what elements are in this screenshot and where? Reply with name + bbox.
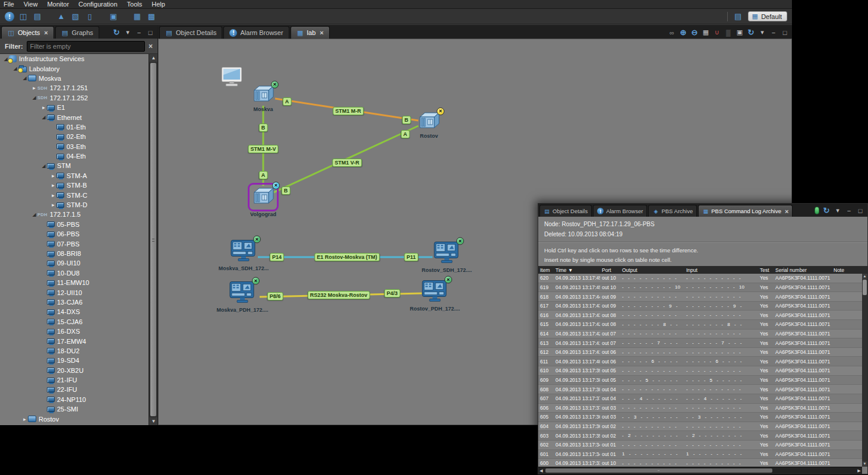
column-header-input[interactable]: Input: [684, 267, 758, 273]
tree-item-20-xb2u[interactable]: 20-XB2U: [0, 366, 157, 375]
tree-expander-icon[interactable]: ▸: [31, 85, 37, 91]
tab-close-icon[interactable]: ×: [44, 29, 48, 36]
table-row[interactable]: 62004.09.2013 13:17:45:988out 10- - - - …: [538, 274, 862, 283]
link-label-p8-6[interactable]: P8/6: [267, 292, 283, 300]
table-row[interactable]: 60004.09.2013 13:17:33:850out 10- - - - …: [538, 459, 862, 467]
node-moskva[interactable]: ×Moskva: [251, 84, 276, 106]
tree-item-21-ifu[interactable]: 21-IFU: [0, 375, 157, 385]
scroll-up-icon[interactable]: ▲: [862, 274, 867, 279]
node-moskva-pdh[interactable]: ×Moskva_PDH_172....: [228, 280, 257, 307]
tree-expander-icon[interactable]: ▸: [21, 416, 28, 422]
node-moskva-sdh[interactable]: ×Moskva_SDH_172...: [229, 239, 258, 265]
tree-item-14-dxs[interactable]: 14-DXS: [0, 307, 157, 316]
tab-close-icon[interactable]: ×: [320, 29, 323, 36]
tab-graphs[interactable]: ▤Graphs: [55, 26, 99, 39]
tree-item-16-dxs[interactable]: 16-DXS: [0, 327, 157, 336]
object-details-icon[interactable]: ▤: [32, 11, 43, 22]
maximize-icon[interactable]: □: [781, 29, 789, 36]
table-row[interactable]: 61004.09.2013 13:17:39:799out 05- - - - …: [538, 366, 862, 376]
caret-down-icon[interactable]: ▾: [124, 28, 132, 36]
link-label-a[interactable]: A: [283, 97, 292, 106]
link-label-b[interactable]: B: [282, 186, 291, 195]
tree-item-stm-c[interactable]: ▸STM-C: [0, 190, 157, 200]
column-header-output[interactable]: Output: [620, 267, 684, 273]
sync-icon[interactable]: ↻: [747, 28, 755, 37]
layout-table-icon[interactable]: ▦: [702, 28, 710, 36]
caret-down-icon[interactable]: ▾: [834, 207, 842, 214]
scroll-down-icon[interactable]: ▼: [149, 417, 157, 425]
scroll-handle[interactable]: [150, 63, 156, 416]
menu-configuration[interactable]: Configuration: [78, 1, 117, 8]
tree-item-stm-b[interactable]: ▸STM-B: [0, 180, 157, 190]
table-row[interactable]: 60504.09.2013 13:17:36:521out 03- - 3 - …: [538, 413, 862, 422]
table-row[interactable]: 60204.09.2013 13:17:34:866out 01- - - - …: [538, 441, 862, 450]
table-header[interactable]: ItemTime ▼PortOutputInputTestSerial numb…: [538, 266, 867, 274]
tree-expander-icon[interactable]: ◢: [40, 115, 47, 120]
link-label-stm1-m-v[interactable]: STM1 M-V: [248, 145, 278, 153]
menu-view[interactable]: View: [24, 1, 38, 8]
tree-item-172-17-1-252[interactable]: ◢SDH172.17.1.252: [0, 93, 157, 103]
tree-item-moskva[interactable]: ◢Moskva: [0, 74, 157, 83]
tree-expander-icon[interactable]: ▸: [50, 202, 56, 208]
chart-document-icon[interactable]: ▧: [70, 11, 81, 22]
tab-pbs-command-log-archive[interactable]: ▦PBS Command Log Archive×: [698, 205, 793, 217]
table-row[interactable]: 61504.09.2013 13:17:42:692out 08- - - - …: [538, 320, 862, 330]
tree-item-12-uii10[interactable]: 12-UII10: [0, 287, 157, 297]
grid-icon[interactable]: ▒: [724, 29, 733, 36]
table-row[interactable]: 60104.09.2013 13:17:34:049out 011 - - - …: [538, 450, 862, 460]
tree-item-07-pbs[interactable]: 07-PBS: [0, 239, 157, 248]
tree-expander-icon[interactable]: ▸: [50, 173, 56, 179]
tree-item-04-eth[interactable]: 04-Eth: [0, 151, 157, 161]
tree-item-18-du2[interactable]: 18-DU2: [0, 346, 157, 356]
table-horizontal-scrollbar[interactable]: ◀ ▶: [538, 467, 862, 474]
tree-scrollbar[interactable]: ▲ ▼: [149, 54, 157, 425]
tree-expander-icon[interactable]: ▸: [40, 104, 47, 110]
tab-alarm-browser[interactable]: !Alarm Browser: [593, 205, 647, 217]
new-perspective-icon[interactable]: ▤: [733, 11, 743, 22]
tab-close-icon[interactable]: ×: [785, 208, 788, 215]
tree-item-01-eth[interactable]: 01-Eth: [0, 122, 157, 132]
tree-item-stm-a[interactable]: ▸STM-A: [0, 171, 157, 180]
table-row[interactable]: 60904.09.2013 13:17:38:983out 05- - - - …: [538, 376, 862, 385]
tab-object-details[interactable]: ▤Object Details: [539, 205, 592, 217]
link-label-p11[interactable]: P11: [404, 253, 418, 261]
link-label-a[interactable]: A: [401, 130, 410, 138]
table-row[interactable]: 61104.09.2013 13:17:40:223out 06- - - - …: [538, 357, 862, 366]
table-row[interactable]: 61404.09.2013 13:17:42:271out 07- - - - …: [538, 330, 862, 339]
tab-pbs-archive[interactable]: ◈PBS Archive: [648, 205, 697, 217]
scroll-up-icon[interactable]: ▲: [149, 54, 157, 62]
tree-item-10-du8[interactable]: 10-DU8: [0, 268, 157, 278]
scroll-left-icon[interactable]: ◀: [538, 467, 544, 474]
maximize-icon[interactable]: □: [146, 29, 154, 36]
table-row[interactable]: 61904.09.2013 13:17:45:171out 10- - - - …: [538, 283, 862, 293]
tree-item-13-cja6[interactable]: 13-CJA6: [0, 297, 157, 307]
tree-item-15-cja6[interactable]: 15-CJA6: [0, 317, 157, 327]
tree-item-22-ifu[interactable]: 22-IFU: [0, 385, 157, 394]
image-view-icon[interactable]: ▦: [132, 11, 143, 22]
table-row[interactable]: 60404.09.2013 13:17:36:096out 02- - - - …: [538, 422, 862, 432]
table-vertical-scrollbar[interactable]: ▲ ▼: [862, 274, 867, 467]
tree-item-stm[interactable]: ◢STM: [0, 161, 157, 170]
link-label-p14[interactable]: P14: [270, 253, 284, 261]
scroll-right-icon[interactable]: ▶: [856, 467, 862, 474]
scroll-down-icon[interactable]: ▼: [862, 461, 867, 467]
tree-expander-icon[interactable]: ▸: [50, 182, 56, 188]
tree-expander-icon[interactable]: ◢: [31, 212, 37, 217]
caret-down-icon[interactable]: ▾: [758, 28, 766, 36]
node-rostov[interactable]: ×Rostov: [416, 110, 441, 133]
scroll-handle[interactable]: [545, 468, 772, 473]
tab-alarm-browser[interactable]: !Alarm Browser: [223, 26, 289, 39]
menu-file[interactable]: File: [4, 1, 14, 8]
tree-item-stm-d[interactable]: ▸STM-D: [0, 200, 157, 210]
link-label-stm1-m-r[interactable]: STM1 M-R: [333, 107, 364, 115]
status-pill-icon[interactable]: [815, 207, 819, 214]
menu-monitor[interactable]: Monitor: [47, 1, 69, 8]
tree-item-rostov[interactable]: ▸Rostov: [0, 414, 157, 423]
tree-item-e1[interactable]: ▸E1: [0, 103, 157, 112]
node-rostov-sdh[interactable]: ×Rostov_SDH_172....: [433, 240, 461, 267]
tab-lab[interactable]: ▦lab×: [291, 26, 330, 39]
tree-item-09-ui10[interactable]: 09-UI10: [0, 258, 157, 268]
tree-expander-icon[interactable]: ◢: [40, 163, 47, 169]
binoculars-icon[interactable]: ∞: [668, 29, 676, 36]
link-label-b[interactable]: B: [259, 124, 268, 132]
